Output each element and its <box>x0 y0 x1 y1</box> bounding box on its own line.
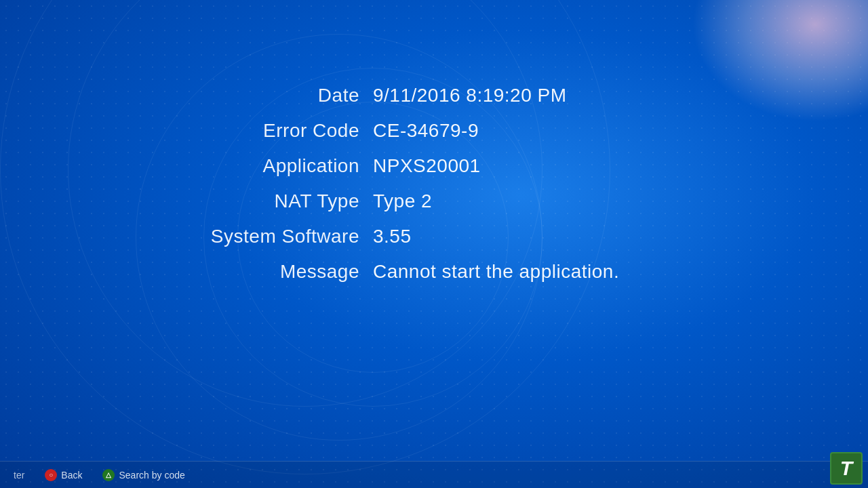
nat-type-label: NAT Type <box>183 187 373 216</box>
application-value: NPXS20001 <box>373 152 685 180</box>
circle-back-icon: ○ <box>45 469 57 481</box>
back-button[interactable]: ○ Back <box>45 469 82 481</box>
t-logo: T <box>830 452 863 485</box>
partial-text: ter <box>14 470 24 481</box>
error-code-label: Error Code <box>183 117 373 145</box>
message-label: Message <box>183 258 373 286</box>
t-logo-text: T <box>840 457 852 480</box>
error-info-panel: Date 9/11/2016 8:19:20 PM Error Code CE-… <box>0 81 868 286</box>
back-label: Back <box>61 470 82 481</box>
nat-type-value: Type 2 <box>373 187 685 216</box>
bottom-bar: ter ○ Back △ Search by code <box>0 461 868 488</box>
circle-search-icon: △ <box>102 469 115 481</box>
error-info-table: Date 9/11/2016 8:19:20 PM Error Code CE-… <box>183 81 685 286</box>
date-label: Date <box>183 81 373 110</box>
system-software-value: 3.55 <box>373 222 685 251</box>
message-value: Cannot start the application. <box>373 258 685 286</box>
date-value: 9/11/2016 8:19:20 PM <box>373 81 685 110</box>
application-label: Application <box>183 152 373 180</box>
search-label: Search by code <box>119 470 184 481</box>
system-software-label: System Software <box>183 222 373 251</box>
search-button[interactable]: △ Search by code <box>102 469 184 481</box>
error-code-value: CE-34679-9 <box>373 117 685 145</box>
